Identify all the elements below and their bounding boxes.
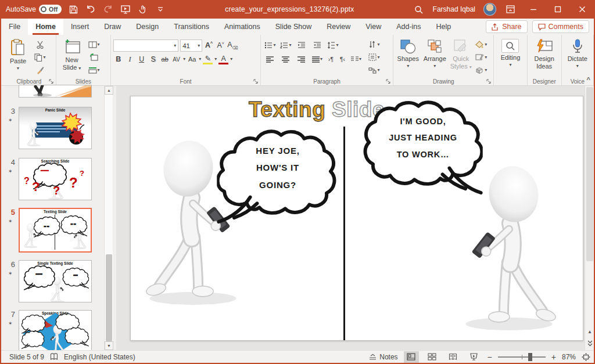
- slide-thumbnail-5-selected[interactable]: Texting Slide ▃ ▃ ▃ ▃: [19, 208, 92, 253]
- dictate-button[interactable]: Dictate▾: [564, 37, 591, 76]
- section-icon[interactable]: ▾: [87, 65, 101, 76]
- fit-slide-to-window-icon[interactable]: [582, 353, 590, 361]
- text-shadow-icon[interactable]: S: [148, 55, 158, 63]
- start-presentation-icon[interactable]: [120, 3, 131, 15]
- close-icon[interactable]: [576, 3, 588, 15]
- slide-thumbnail-3[interactable]: Panic Slide: [19, 107, 92, 149]
- maximize-icon[interactable]: [552, 3, 564, 15]
- user-name[interactable]: Farshad Iqbal: [433, 5, 475, 13]
- tab-review[interactable]: Review: [319, 19, 358, 35]
- character-spacing-icon[interactable]: AV: [171, 56, 181, 63]
- reset-slide-icon[interactable]: [87, 52, 101, 63]
- slide-thumbnail-6[interactable]: Single Texting Slide ▃▃▃ ▃▃: [19, 260, 92, 302]
- normal-view-button[interactable]: [404, 351, 419, 363]
- font-name-combobox[interactable]: ▾: [113, 39, 178, 52]
- scroll-down-icon[interactable]: ▼: [105, 341, 113, 350]
- numbering-icon[interactable]: ▾: [279, 39, 293, 51]
- ribbon-display-options-icon[interactable]: [504, 3, 516, 15]
- thumbnail-scrollbar[interactable]: ▲ ▼: [104, 86, 113, 350]
- tab-file[interactable]: File: [1, 19, 28, 35]
- change-case-icon[interactable]: Aa: [187, 56, 197, 63]
- shape-fill-icon[interactable]: ▾: [474, 39, 488, 50]
- rtl-direction-icon[interactable]: ¶‹: [338, 56, 347, 63]
- align-center-icon[interactable]: [279, 53, 293, 65]
- align-left-icon[interactable]: [263, 53, 277, 65]
- paste-button[interactable]: Paste▾: [5, 37, 31, 76]
- comments-button[interactable]: Comments: [532, 20, 589, 33]
- tab-design[interactable]: Design: [128, 19, 166, 35]
- slide-layout-icon[interactable]: ▾: [87, 39, 101, 50]
- right-speech-bubble[interactable]: I'M GOOD, JUST HEADING TO WORK…: [362, 98, 483, 196]
- copy-icon[interactable]: ▾: [33, 52, 47, 63]
- decrease-font-size-icon[interactable]: A˅: [216, 41, 225, 49]
- canvas-scrollbar[interactable]: ▲: [585, 86, 594, 350]
- tab-slide-show[interactable]: Slide Show: [268, 19, 320, 35]
- drawing-dialog-launcher-icon[interactable]: [486, 79, 492, 84]
- columns-icon[interactable]: ▾: [349, 53, 363, 65]
- zoom-in-button[interactable]: +: [551, 352, 556, 362]
- shape-outline-icon[interactable]: ▾: [474, 52, 488, 63]
- search-icon[interactable]: [413, 3, 425, 15]
- avatar[interactable]: [483, 3, 496, 16]
- zoom-slider-handle[interactable]: [528, 353, 532, 361]
- decrease-indent-icon[interactable]: [295, 39, 309, 51]
- tab-animations[interactable]: Animations: [217, 19, 268, 35]
- underline-icon[interactable]: U: [137, 55, 146, 63]
- bullets-icon[interactable]: ▾: [263, 39, 277, 51]
- left-speech-bubble[interactable]: HEY JOE, HOW'S IT GOING?: [217, 127, 338, 225]
- arrange-button[interactable]: Arrange▾: [422, 37, 447, 76]
- scroll-up-icon[interactable]: ▲: [105, 86, 113, 95]
- spell-check-icon[interactable]: [50, 353, 58, 361]
- italic-icon[interactable]: I: [125, 55, 135, 64]
- clipboard-dialog-launcher-icon[interactable]: [49, 79, 54, 84]
- new-slide-button[interactable]: NewSlide ▾: [59, 37, 85, 76]
- tab-add-ins[interactable]: Add-ins: [389, 19, 428, 35]
- tab-help[interactable]: Help: [429, 19, 459, 35]
- divider-line-shape[interactable]: [343, 127, 345, 340]
- shapes-button[interactable]: Shapes▾: [396, 37, 420, 76]
- slide-thumbnail-4[interactable]: Searching Slide ▂▂▂ ? ? ? ? ?: [19, 158, 92, 200]
- zoom-out-button[interactable]: −: [488, 352, 492, 362]
- autosave-toggle[interactable]: AutoSave Off: [6, 5, 62, 14]
- touch-mouse-mode-icon[interactable]: [137, 3, 149, 15]
- zoom-level[interactable]: 87%: [562, 353, 576, 361]
- font-size-combobox[interactable]: 41▾: [180, 39, 202, 52]
- save-icon[interactable]: [67, 3, 79, 15]
- cut-icon[interactable]: [33, 39, 47, 50]
- quick-styles-button[interactable]: QuickStyles ▾: [449, 37, 472, 76]
- previous-slide-icon[interactable]: ▲: [586, 327, 594, 336]
- bold-icon[interactable]: B: [113, 55, 123, 63]
- format-painter-icon[interactable]: [33, 65, 47, 76]
- font-color-icon[interactable]: A: [218, 55, 228, 64]
- editing-button[interactable]: Editing▾: [496, 37, 524, 76]
- tab-insert[interactable]: Insert: [63, 19, 96, 35]
- share-button[interactable]: Share: [486, 20, 527, 33]
- clear-formatting-icon[interactable]: A⌫: [227, 41, 237, 51]
- tab-home[interactable]: Home: [28, 19, 63, 35]
- next-slide-icon[interactable]: [586, 338, 594, 348]
- reading-view-button[interactable]: [446, 351, 461, 363]
- shape-effects-icon[interactable]: ▾: [474, 65, 488, 76]
- language-indicator[interactable]: English (United States): [64, 353, 135, 361]
- collapse-ribbon-icon[interactable]: ^: [587, 76, 590, 83]
- quick-access-overflow-icon[interactable]: [155, 3, 166, 15]
- justify-icon[interactable]: ▾: [310, 53, 324, 65]
- strikethrough-icon[interactable]: ab: [160, 56, 170, 63]
- tab-view[interactable]: View: [358, 19, 389, 35]
- align-text-icon[interactable]: ▾: [367, 52, 381, 63]
- slide-show-button[interactable]: [467, 351, 482, 363]
- slide-thumbnail-7[interactable]: Speaking Slide: [19, 310, 92, 350]
- redo-icon[interactable]: [102, 3, 114, 15]
- align-right-icon[interactable]: [295, 53, 309, 65]
- paragraph-dialog-launcher-icon[interactable]: [386, 79, 391, 84]
- ltr-direction-icon[interactable]: ›¶: [326, 56, 336, 63]
- slide-canvas[interactable]: Texting Slide HEY JOE, HOW'S IT GOING?: [130, 96, 583, 341]
- tab-transitions[interactable]: Transitions: [166, 19, 217, 35]
- font-dialog-launcher-icon[interactable]: [253, 79, 259, 84]
- slide-indicator[interactable]: Slide 5 of 9: [9, 353, 44, 361]
- zoom-slider[interactable]: [498, 356, 546, 358]
- increase-indent-icon[interactable]: [310, 39, 324, 51]
- slide-sorter-view-button[interactable]: [425, 351, 440, 363]
- notes-button[interactable]: Notes: [369, 353, 397, 361]
- convert-to-smartart-icon[interactable]: ▾: [367, 65, 381, 76]
